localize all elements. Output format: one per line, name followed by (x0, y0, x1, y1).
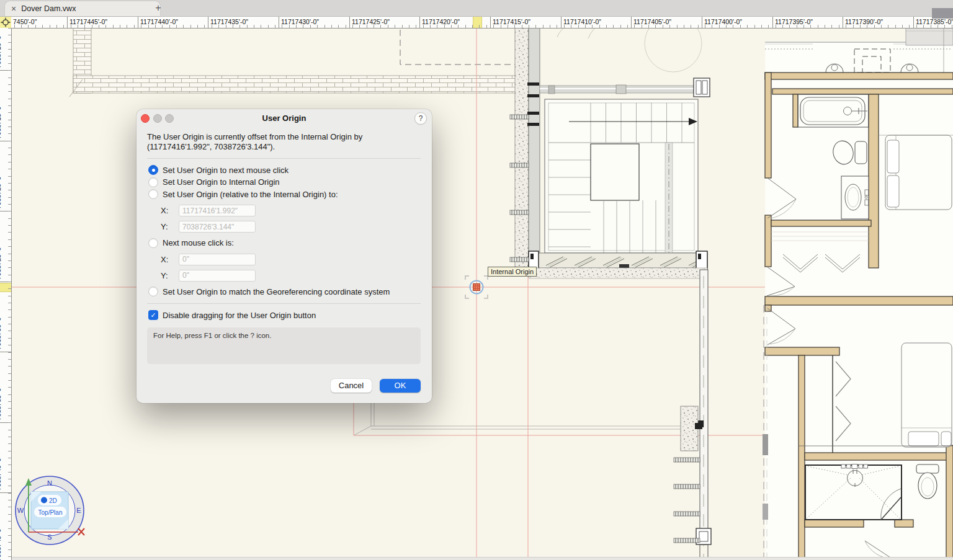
h-ruler-label: 7450'-0" (11, 16, 37, 28)
dialog-title: User Origin (136, 109, 432, 128)
h-ruler-label: 11717440'-0" (138, 16, 178, 28)
compass-west-label: W (17, 507, 24, 514)
h-ruler-label: 11717415'-0" (490, 16, 530, 28)
radio-button-icon[interactable] (148, 165, 158, 175)
radio-set-origin-georeferencing[interactable]: Set User Origin to match the Georeferenc… (148, 286, 421, 298)
separator (147, 158, 421, 159)
v-ruler-label: 7038740'-0" (0, 422, 11, 493)
dialog-body: The User Origin is currently offset from… (136, 128, 432, 403)
h-ruler-label: 11717445'-0" (67, 16, 107, 28)
vertical-ruler: 7038710'-0"7038715'-0"7038720'-0"7038725… (0, 28, 12, 560)
separator (147, 303, 421, 304)
x-field-label: X: (161, 255, 179, 264)
help-button[interactable]: ? (414, 112, 427, 125)
radio-label: Set User Origin to next mouse click (163, 166, 289, 175)
origin-crosshair-icon (1, 17, 11, 27)
radio-button-icon[interactable] (148, 177, 158, 187)
dialog-titlebar: User Origin ? (136, 109, 432, 128)
ruler-origin-corner-button[interactable] (0, 16, 11, 28)
v-ruler-label: 7038710'-0" (0, 28, 11, 71)
compass-north-label: N (47, 479, 52, 487)
h-ruler-label: 11717435'-0" (208, 16, 248, 28)
radio-label: Set User Origin to match the Georeferenc… (163, 287, 390, 296)
document-tab-bar: × Dover Dam.vwx + (0, 0, 953, 17)
radio-set-origin-relative[interactable]: Set User Origin (relative to the Interna… (148, 189, 421, 201)
disable-dragging-checkbox[interactable]: ✓ (148, 310, 158, 320)
tab-close-icon[interactable]: × (11, 4, 16, 13)
radio-button-icon[interactable] (148, 189, 158, 199)
cancel-button[interactable]: Cancel (331, 379, 372, 393)
compass-view-label: Top/Plan (38, 509, 63, 516)
dialog-buttons: Cancel OK (331, 379, 421, 393)
radio-set-origin-internal-origin[interactable]: Set User Origin to Internal Origin (148, 176, 421, 189)
tab-title: Dover Dam.vwx (21, 4, 76, 13)
internal-origin-label: Internal Origin (488, 267, 537, 277)
y-field-label: Y: (161, 271, 179, 280)
h-ruler-label: 11717400'-0" (702, 16, 742, 28)
v-ruler-label: 7038745'-0" (0, 493, 11, 560)
h-ruler-label: 11717390'-0" (843, 16, 883, 28)
relative-y-input[interactable] (179, 221, 256, 233)
user-origin-dialog: User Origin ? The User Origin is current… (136, 109, 432, 403)
ok-button[interactable]: OK (380, 379, 421, 393)
x-axis-cross-icon (78, 528, 84, 535)
horizontal-ruler: 7450'-0"11717445'-0"11717440'-0"11717435… (0, 16, 953, 29)
relative-y-field-row: Y: (161, 221, 421, 233)
offset-message: The User Origin is currently offset from… (147, 132, 421, 153)
next-click-y-field-row: Y: (161, 270, 421, 282)
v-ruler-label: 7038730'-0" (0, 282, 11, 352)
offset-message-line1: The User Origin is currently offset from… (147, 132, 362, 141)
radio-label: Set User Origin to Internal Origin (163, 177, 280, 187)
next-click-x-input[interactable] (179, 254, 256, 265)
radio-button-icon[interactable] (148, 238, 158, 248)
v-ruler-label: 7038715'-0" (0, 71, 11, 141)
radio-button-icon[interactable] (148, 287, 158, 296)
radio-label: Next mouse click is: (163, 238, 234, 247)
compass-east-label: E (76, 507, 81, 514)
window-corner-fragment (932, 8, 953, 19)
compass-south-label: S (47, 533, 51, 541)
h-ruler-label: 11717430'-0" (279, 16, 319, 28)
v-ruler-label: 7038725'-0" (0, 211, 11, 282)
h-ruler-label: 11717425'-0" (349, 16, 390, 28)
relative-x-field-row: X: (161, 205, 421, 216)
v-ruler-label: 7038720'-0" (0, 141, 11, 211)
document-tab[interactable]: × Dover Dam.vwx (5, 1, 160, 16)
compass-mode-label: 2D (49, 497, 57, 504)
offset-message-line2: (11717416'1.992", 7038726'3.144"). (147, 142, 275, 151)
disable-dragging-row[interactable]: ✓ Disable dragging for the User Origin b… (148, 309, 421, 321)
v-ruler-label: 7038735'-0" (0, 352, 11, 423)
canvas-bottom-edge (11, 557, 953, 560)
radio-next-mouse-click-is[interactable]: Next mouse click is: (148, 237, 421, 249)
x-field-label: X: (161, 206, 179, 215)
checkbox-label: Disable dragging for the User Origin but… (163, 311, 316, 320)
view-compass-widget[interactable]: N E S W 2D Top/Plan (9, 470, 91, 554)
h-ruler-label: 11717410'-0" (561, 16, 601, 28)
h-ruler-label: 11717420'-0" (419, 16, 460, 28)
next-click-y-input[interactable] (179, 270, 256, 282)
new-tab-button[interactable]: + (148, 0, 169, 16)
radio-set-origin-next-mouse-click[interactable]: Set User Origin to next mouse click (148, 164, 421, 177)
relative-x-input[interactable] (179, 205, 256, 216)
radio-label: Set User Origin (relative to the Interna… (163, 190, 338, 199)
help-text-box: For Help, press F1 or click the ? icon. (147, 327, 421, 364)
h-ruler-label: 11717395'-0" (772, 16, 813, 28)
y-field-label: Y: (161, 222, 179, 231)
next-click-x-field-row: X: (161, 254, 421, 265)
2d-mode-dot-icon (41, 497, 47, 504)
horizontal-ruler-origin-highlight (473, 16, 482, 28)
h-ruler-label: 11717405'-0" (631, 16, 671, 28)
